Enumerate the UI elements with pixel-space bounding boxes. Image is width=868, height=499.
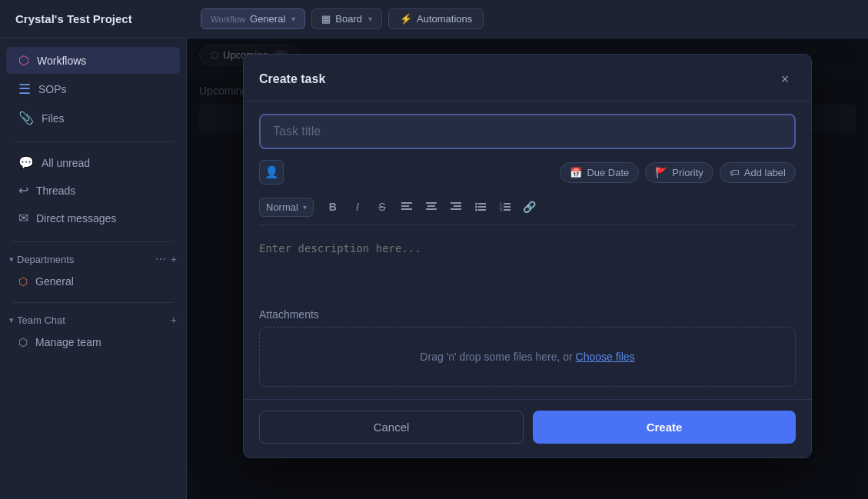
svg-rect-7: [454, 205, 461, 207]
sidebar-divider-1: [12, 141, 174, 142]
departments-add-icon[interactable]: +: [171, 253, 177, 265]
departments-actions: ⋯ +: [155, 253, 177, 265]
svg-point-11: [475, 206, 477, 208]
board-chevron-icon: ▾: [368, 15, 372, 23]
sidebar: ⬡ Workflows ☰ SOPs 📎 Files 💬 All unread …: [0, 38, 187, 499]
workflow-chevron-icon: ▾: [291, 15, 295, 23]
align-center-button[interactable]: [420, 195, 443, 218]
bold-button[interactable]: B: [321, 195, 344, 218]
sidebar-item-label-direct-messages: Direct messages: [36, 212, 168, 225]
board-selector[interactable]: ▦ Board ▾: [311, 8, 382, 29]
nav-section: ⬡ Workflows ☰ SOPs 📎 Files: [0, 46, 186, 132]
sidebar-item-threads[interactable]: ↩ Threads: [6, 177, 180, 204]
automations-button[interactable]: ⚡ Automations: [388, 8, 484, 29]
departments-section: ▾ Departments ⋯ + ⬡ General: [0, 248, 186, 293]
svg-rect-2: [401, 208, 412, 210]
sidebar-divider-2: [12, 241, 174, 242]
workflows-icon: ⬡: [18, 53, 29, 68]
general-dept-icon: ⬡: [18, 275, 28, 288]
departments-label: Departments: [17, 254, 155, 265]
cancel-button[interactable]: Cancel: [259, 411, 524, 444]
departments-more-icon[interactable]: ⋯: [155, 253, 166, 265]
team-chat-group-header[interactable]: ▾ Team Chat +: [0, 309, 186, 331]
project-title: Crystal's Test Project: [15, 12, 132, 25]
modal-title: Create task: [259, 72, 325, 86]
sidebar-item-all-unread[interactable]: 💬 All unread: [6, 149, 180, 176]
modal-footer: Cancel Create: [244, 399, 811, 457]
sidebar-item-workflows[interactable]: ⬡ Workflows: [6, 47, 180, 74]
priority-icon: 🚩: [655, 167, 667, 178]
svg-rect-1: [401, 205, 409, 207]
main-layout: ⬡ Workflows ☰ SOPs 📎 Files 💬 All unread …: [0, 38, 868, 499]
board-label: Board: [335, 13, 362, 25]
svg-rect-0: [401, 202, 412, 204]
sidebar-divider-3: [12, 302, 174, 303]
bullet-list-button[interactable]: [469, 195, 492, 218]
modal-close-button[interactable]: ×: [774, 68, 796, 90]
all-unread-icon: 💬: [18, 155, 34, 170]
svg-rect-6: [451, 202, 461, 204]
content-area: ⬡ Upcoming 0 Upcoming Create task ×: [187, 38, 868, 499]
calendar-icon: 📅: [570, 167, 582, 178]
task-title-input[interactable]: [259, 114, 796, 149]
sidebar-item-sops[interactable]: ☰ SOPs: [6, 75, 180, 104]
departments-group-header[interactable]: ▾ Departments ⋯ +: [0, 248, 186, 270]
create-button[interactable]: Create: [533, 411, 796, 444]
sidebar-item-direct-messages[interactable]: ✉ Direct messages: [6, 205, 180, 231]
create-task-modal: Create task × 👤 📅 Du: [243, 54, 812, 458]
svg-rect-3: [426, 202, 437, 204]
due-date-button[interactable]: 📅 Due Date: [560, 162, 639, 183]
attachments-dropzone[interactable]: Drag 'n' drop some files here, or Choose…: [259, 327, 796, 387]
sops-icon: ☰: [18, 81, 31, 98]
svg-rect-5: [426, 208, 437, 210]
threads-icon: ↩: [18, 183, 28, 198]
dropzone-text: Drag 'n' drop some files here, or: [420, 351, 575, 363]
format-selector[interactable]: Normal ▾: [259, 198, 314, 217]
svg-rect-14: [478, 209, 486, 211]
svg-rect-8: [451, 208, 461, 210]
workflow-selector[interactable]: Workflow General ▾: [201, 8, 305, 29]
svg-text:3.: 3.: [500, 208, 503, 211]
sidebar-item-label-general-dept: General: [35, 275, 74, 288]
sidebar-item-manage-team[interactable]: ⬡ Manage team: [0, 331, 186, 354]
team-chat-add-icon[interactable]: +: [171, 314, 177, 326]
label-icon: 🏷: [730, 167, 740, 178]
automations-label: Automations: [417, 13, 472, 25]
workflow-label: Workflow: [211, 15, 245, 24]
svg-rect-16: [504, 203, 510, 205]
board-icon: ▦: [321, 13, 331, 25]
strikethrough-button[interactable]: S: [371, 195, 394, 218]
italic-button[interactable]: I: [346, 195, 369, 218]
sidebar-item-label-manage-team: Manage team: [35, 336, 101, 348]
priority-button[interactable]: 🚩 Priority: [645, 162, 713, 183]
top-bar-actions: Workflow General ▾ ▦ Board ▾ ⚡ Automatio…: [201, 8, 484, 29]
sidebar-item-label-sops: SOPs: [38, 83, 168, 95]
align-right-button[interactable]: [444, 195, 467, 218]
add-label-button[interactable]: 🏷 Add label: [720, 162, 796, 183]
description-textarea[interactable]: [259, 236, 796, 298]
team-chat-actions: +: [171, 314, 177, 326]
sidebar-item-label-workflows: Workflows: [37, 55, 168, 67]
modal-overlay: Create task × 👤 📅 Du: [187, 38, 868, 499]
format-selected-label: Normal: [266, 201, 298, 213]
sidebar-item-files[interactable]: 📎 Files: [6, 105, 180, 131]
team-chat-chevron-icon: ▾: [9, 315, 14, 325]
files-icon: 📎: [18, 111, 34, 125]
sidebar-item-label-files: Files: [42, 112, 168, 125]
add-label-label: Add label: [744, 167, 786, 178]
svg-point-13: [475, 209, 477, 211]
svg-rect-12: [478, 206, 486, 208]
link-button[interactable]: 🔗: [518, 195, 541, 218]
automations-icon: ⚡: [400, 13, 412, 25]
assign-button[interactable]: 👤: [259, 160, 284, 185]
numbered-list-button[interactable]: 1.2.3.: [494, 195, 517, 218]
assign-icon: 👤: [264, 165, 279, 179]
manage-team-icon: ⬡: [18, 336, 28, 348]
departments-chevron-icon: ▾: [9, 254, 14, 264]
sidebar-item-general-dept[interactable]: ⬡ General: [0, 270, 186, 293]
svg-rect-18: [504, 206, 510, 208]
attachments-label: Attachments: [259, 308, 796, 321]
align-left-button[interactable]: [395, 195, 418, 218]
comm-section: 💬 All unread ↩ Threads ✉ Direct messages: [0, 148, 186, 232]
choose-files-link[interactable]: Choose files: [576, 351, 635, 363]
